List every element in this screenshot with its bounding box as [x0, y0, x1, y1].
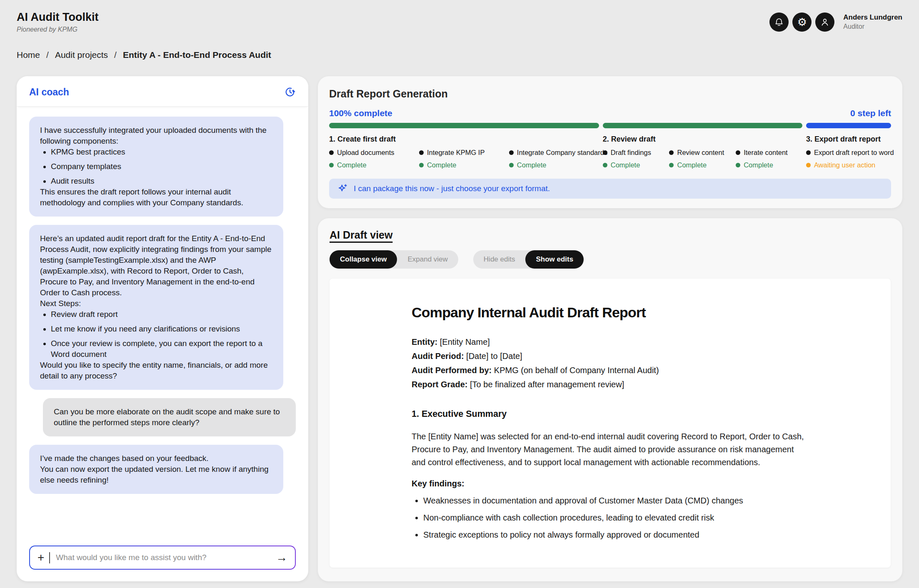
- finding-item: Non-compliance with cash collection proc…: [423, 511, 807, 524]
- chat-message-user: Can you be more elaborate on the audit s…: [43, 398, 296, 436]
- message-bullet: Audit results: [51, 176, 272, 187]
- substep-status: Complete: [603, 161, 669, 169]
- send-arrow-button[interactable]: →: [276, 552, 287, 563]
- progress-row: 100% complete 0 step left: [329, 108, 891, 118]
- substep-label: Export draft report to word: [806, 149, 891, 157]
- substep-label: Upload documents: [329, 149, 419, 157]
- notifications-button[interactable]: [769, 12, 789, 32]
- message-paragraph: I’ve made the changes based on your feed…: [40, 453, 272, 464]
- ai-coach-panel: AI coach I have successfully integrated …: [17, 76, 308, 581]
- chat-input-container: + →: [29, 546, 296, 570]
- breadcrumb-current: Entity A - End-to-End Process Audit: [123, 50, 271, 60]
- ai-coach-title: AI coach: [29, 87, 69, 98]
- step-group-2: 2. Review draftDraft findingsCompleteRev…: [603, 123, 802, 169]
- substep-export-draft-report-to-word: Export draft report to wordAwaiting user…: [806, 149, 891, 169]
- toggle-show-edits[interactable]: Show edits: [525, 250, 584, 269]
- substep-status-text: Awaiting user action: [814, 161, 875, 169]
- doc-field-label: Audit Period:: [412, 351, 464, 361]
- document-title: Company Internal Audit Draft Report: [412, 304, 866, 321]
- substeps: Upload documentsCompleteIntegrate KPMG I…: [329, 149, 599, 169]
- chat-history-button[interactable]: [284, 86, 296, 98]
- substep-label-text: Iterate content: [744, 149, 788, 157]
- doc-findings-list: Weaknesses in documentation and approval…: [412, 494, 807, 541]
- substep-label-text: Review content: [677, 149, 724, 157]
- attach-plus-button[interactable]: +: [37, 552, 44, 563]
- progress-segment: [603, 123, 802, 128]
- substep-status-text: Complete: [337, 161, 367, 169]
- chat-message-ai: I’ve made the changes based on your feed…: [29, 445, 283, 494]
- doc-field-audit-period: Audit Period: [Date] to [Date]: [412, 349, 866, 363]
- progress-segment: [329, 123, 599, 128]
- message-paragraph: Next Steps:: [40, 298, 272, 309]
- finding-item: Strategic exceptions to policy not alway…: [423, 528, 807, 541]
- settings-button[interactable]: ⚙: [792, 12, 812, 32]
- breadcrumb-link-home[interactable]: Home: [17, 50, 40, 60]
- substep-status: Complete: [669, 161, 736, 169]
- substep-review-content: Review contentComplete: [669, 149, 736, 169]
- status-dot: [669, 163, 674, 167]
- substep-status-text: Complete: [517, 161, 547, 169]
- ai-coach-header: AI coach: [17, 76, 308, 107]
- key-findings-label: Key findings:: [412, 479, 866, 488]
- toggles: Collapse viewExpand viewHide editsShow e…: [330, 250, 891, 269]
- status-dot: [509, 163, 514, 167]
- substep-integrate-kpmg-ip: Integrate KPMG IPComplete: [419, 149, 509, 169]
- chat-message-ai: Here’s an updated audit report draft for…: [29, 225, 283, 390]
- substep-status-text: Complete: [427, 161, 457, 169]
- substeps: Export draft report to wordAwaiting user…: [806, 149, 891, 169]
- app-title: AI Audit Toolkit: [17, 11, 98, 24]
- message-bullet: Let me know if you need any clarificatio…: [51, 324, 272, 334]
- bullet-dot: [669, 150, 674, 155]
- message-list: KPMG best practicesCompany templatesAudi…: [40, 147, 272, 187]
- toggle-group-1: Collapse viewExpand view: [330, 250, 458, 269]
- substep-label-text: Integrate KPMG IP: [427, 149, 484, 157]
- substep-iterate-content: Iterate contentComplete: [736, 149, 802, 169]
- doc-field-report-grade: Report Grade: [To be finalized after man…: [412, 377, 866, 391]
- app-header: AI Audit Toolkit Pioneered by KPMG: [17, 11, 98, 33]
- doc-paragraph: The [Entity Name] was selected for an en…: [412, 430, 807, 469]
- message-list: Review draft reportLet me know if you ne…: [40, 309, 272, 360]
- ai-draft-view-title: AI Draft view: [330, 229, 891, 241]
- bullet-dot: [329, 150, 334, 155]
- message-paragraph: I have successfully integrated your uplo…: [40, 125, 272, 147]
- substep-status-text: Complete: [611, 161, 640, 169]
- header-actions: ⚙ Anders Lundgren Auditor: [769, 12, 902, 32]
- sparkle-icon: [337, 183, 348, 194]
- profile-button[interactable]: [815, 12, 834, 32]
- progress-complete-label: 100% complete: [329, 108, 392, 118]
- draft-report-generation-panel: Draft Report Generation 100% complete 0 …: [318, 76, 902, 208]
- substep-status: Complete: [329, 161, 419, 169]
- breadcrumb-separator: /: [114, 50, 117, 60]
- status-dot: [603, 163, 607, 167]
- step-group-3: 3. Export draft reportExport draft repor…: [806, 123, 891, 169]
- substep-label-text: Upload documents: [337, 149, 395, 157]
- message-bullet: Review draft report: [51, 309, 272, 320]
- doc-field-label: Entity:: [412, 337, 437, 346]
- breadcrumb-separator: /: [46, 50, 49, 60]
- substep-label: Integrate Company standards: [509, 149, 599, 157]
- toggle-expand-view[interactable]: Expand view: [397, 250, 458, 269]
- message-paragraph: You can now export the updated version. …: [40, 464, 272, 486]
- doc-field-entity: Entity: [Entity Name]: [412, 335, 866, 349]
- substep-label-text: Integrate Company standards: [517, 149, 607, 157]
- doc-field-audit-performed-by: Audit Performed by: KPMG (on behalf of C…: [412, 363, 866, 377]
- doc-field-value: [To be finalized after management review…: [470, 380, 624, 389]
- message-paragraph: Can you be more elaborate on the audit s…: [54, 406, 285, 428]
- chat-messages[interactable]: I have successfully integrated your uplo…: [17, 107, 308, 537]
- substep-label: Draft findings: [603, 149, 669, 157]
- toggle-collapse-view[interactable]: Collapse view: [330, 250, 397, 269]
- message-bullet: KPMG best practices: [51, 147, 272, 157]
- bullet-dot: [509, 150, 514, 155]
- substep-label-text: Export draft report to word: [814, 149, 894, 157]
- doc-field-value: [Date] to [Date]: [466, 351, 522, 361]
- doc-field-label: Audit Performed by:: [412, 366, 492, 375]
- substep-status-text: Complete: [677, 161, 707, 169]
- substep-label: Review content: [669, 149, 736, 157]
- substep-status: Awaiting user action: [806, 161, 891, 169]
- chat-input[interactable]: [55, 553, 271, 563]
- doc-field-label: Report Grade:: [412, 380, 467, 389]
- toggle-hide-edits[interactable]: Hide edits: [473, 250, 526, 269]
- breadcrumb-link-audit-projects[interactable]: Audit projects: [55, 50, 108, 60]
- step-group-1: 1. Create first draftUpload documentsCom…: [329, 123, 599, 169]
- chat-message-ai: I have successfully integrated your uplo…: [29, 117, 283, 217]
